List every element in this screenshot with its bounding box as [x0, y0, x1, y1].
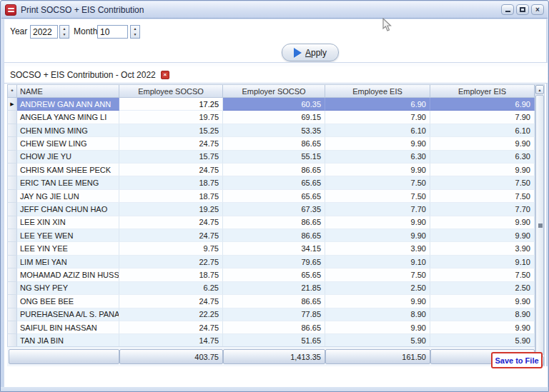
cell-employer-socso[interactable]: 86.65: [223, 295, 325, 308]
cell-employee-socso[interactable]: 24.75: [119, 229, 223, 242]
cell-employer-eis[interactable]: 3.90: [430, 242, 535, 255]
cell-employee-eis[interactable]: 6.30: [325, 151, 430, 164]
row-indicator[interactable]: [7, 164, 17, 176]
apply-button[interactable]: Apply: [282, 44, 339, 61]
cell-employee-eis[interactable]: 7.90: [325, 111, 430, 124]
cell-employee-socso[interactable]: 18.75: [119, 176, 223, 189]
cell-name[interactable]: ERIC TAN LEE MENG: [17, 176, 119, 189]
row-indicator[interactable]: [7, 282, 17, 295]
scrollbar-thumb[interactable]: [535, 95, 544, 356]
cell-employee-eis[interactable]: 8.90: [325, 308, 430, 321]
cell-name[interactable]: CHEN MING MING: [17, 124, 119, 137]
cell-employee-eis[interactable]: 6.90: [325, 98, 430, 111]
cell-name[interactable]: LEE YIN YEE: [17, 242, 119, 255]
table-row[interactable]: TAN JIA BIN14.7551.655.905.90: [7, 334, 535, 347]
cell-employee-socso[interactable]: 24.75: [119, 164, 223, 176]
table-row[interactable]: CHOW JIE YU15.7555.156.306.30: [7, 151, 535, 164]
tab-socso-eis-contribution[interactable]: SOCSO + EIS Contribution - Oct 2022 ×: [10, 70, 169, 80]
cell-employee-socso[interactable]: 18.75: [119, 190, 223, 203]
cell-employer-socso[interactable]: 86.65: [223, 137, 325, 150]
cell-employee-eis[interactable]: 9.90: [325, 321, 430, 334]
cell-employer-eis[interactable]: 9.90: [430, 216, 535, 229]
select-all-header[interactable]: *: [7, 84, 17, 98]
cell-employee-socso[interactable]: 22.75: [119, 256, 223, 268]
cell-employee-eis[interactable]: 2.50: [325, 282, 430, 295]
cell-name[interactable]: NG SHY PEY: [17, 282, 119, 295]
cell-employee-socso[interactable]: 15.25: [119, 124, 223, 137]
cell-employer-socso[interactable]: 86.65: [223, 321, 325, 334]
cell-name[interactable]: CHEW SIEW LING: [17, 137, 119, 150]
cell-name[interactable]: LIM MEI YAN: [17, 256, 119, 268]
year-input[interactable]: [31, 26, 57, 38]
table-row[interactable]: ▶ANDREW GAN ANN ANN17.2560.356.906.90: [7, 98, 535, 111]
cell-name[interactable]: JAY NG JIE LUN: [17, 190, 119, 203]
cell-employee-socso[interactable]: 14.75: [119, 334, 223, 347]
cell-employee-eis[interactable]: 9.90: [325, 295, 430, 308]
cell-name[interactable]: SAIFUL BIN HASSAN: [17, 321, 119, 334]
cell-employer-eis[interactable]: 9.90: [430, 229, 535, 242]
cell-name[interactable]: LEE YEE WEN: [17, 229, 119, 242]
cell-employee-socso[interactable]: 9.75: [119, 242, 223, 255]
month-field[interactable]: [97, 25, 128, 39]
table-row[interactable]: LEE YEE WEN24.7586.659.909.90: [7, 229, 535, 242]
cell-employee-eis[interactable]: 7.70: [325, 203, 430, 216]
cell-employer-socso[interactable]: 69.15: [223, 111, 325, 124]
cell-employer-eis[interactable]: 7.50: [430, 176, 535, 189]
cell-employee-socso[interactable]: 17.25: [119, 98, 223, 111]
row-indicator[interactable]: [7, 268, 17, 281]
cell-employer-socso[interactable]: 86.65: [223, 216, 325, 229]
cell-employee-eis[interactable]: 7.50: [325, 268, 430, 281]
table-row[interactable]: LEE YIN YEE9.7534.153.903.90: [7, 242, 535, 255]
cell-employer-socso[interactable]: 34.15: [223, 242, 325, 255]
table-row[interactable]: NG SHY PEY6.2521.852.502.50: [7, 282, 535, 295]
cell-employee-socso[interactable]: 19.75: [119, 111, 223, 124]
cell-employer-eis[interactable]: 6.30: [430, 151, 535, 164]
scroll-up-icon[interactable]: ▲: [535, 85, 544, 94]
cell-employee-eis[interactable]: 9.90: [325, 229, 430, 242]
cell-employer-eis[interactable]: 9.10: [430, 256, 535, 268]
cell-employee-eis[interactable]: 9.90: [325, 164, 430, 176]
table-row[interactable]: ONG BEE BEE24.7586.659.909.90: [7, 295, 535, 308]
tab-close-button[interactable]: ×: [161, 71, 169, 79]
cell-employee-eis[interactable]: 7.50: [325, 190, 430, 203]
cell-employee-socso[interactable]: 24.75: [119, 321, 223, 334]
table-row[interactable]: SAIFUL BIN HASSAN24.7586.659.909.90: [7, 321, 535, 334]
cell-employer-socso[interactable]: 53.35: [223, 124, 325, 137]
month-spinner[interactable]: ▲ ▼: [130, 25, 140, 39]
cell-employer-eis[interactable]: 8.90: [430, 308, 535, 321]
cell-employer-socso[interactable]: 21.85: [223, 282, 325, 295]
cell-employer-eis[interactable]: 6.90: [430, 98, 535, 111]
cell-employee-eis[interactable]: 9.90: [325, 216, 430, 229]
column-header-employee-socso[interactable]: Employee SOCSO: [119, 84, 223, 98]
table-row[interactable]: PUREHASENA A/L S. PANA...22.2577.858.908…: [7, 308, 535, 321]
row-indicator[interactable]: [7, 190, 17, 203]
maximize-button[interactable]: [516, 4, 529, 15]
table-row[interactable]: MOHAMAD AZIZ BIN HUSS...18.7565.657.507.…: [7, 268, 535, 281]
cell-name[interactable]: MOHAMAD AZIZ BIN HUSS...: [17, 268, 119, 281]
table-row[interactable]: CHRIS KAM SHEE PECK24.7586.659.909.90: [7, 164, 535, 176]
spinner-up-icon[interactable]: ▲: [131, 26, 139, 32]
column-header-name[interactable]: NAME: [17, 84, 119, 98]
spinner-up-icon[interactable]: ▲: [60, 26, 69, 32]
cell-employer-eis[interactable]: 5.90: [430, 334, 535, 347]
cell-employee-socso[interactable]: 24.75: [119, 295, 223, 308]
cell-employee-socso[interactable]: 18.75: [119, 268, 223, 281]
cell-employee-eis[interactable]: 9.10: [325, 256, 430, 268]
cell-employer-socso[interactable]: 60.35: [223, 98, 325, 111]
cell-employer-socso[interactable]: 79.65: [223, 256, 325, 268]
row-indicator[interactable]: [7, 295, 17, 308]
cell-employee-socso[interactable]: 22.25: [119, 308, 223, 321]
cell-name[interactable]: JEFF CHAN CHUN HAO: [17, 203, 119, 216]
cell-employer-socso[interactable]: 67.35: [223, 203, 325, 216]
cell-employer-eis[interactable]: 9.90: [430, 321, 535, 334]
cell-employer-eis[interactable]: 7.90: [430, 111, 535, 124]
cell-employee-eis[interactable]: 7.50: [325, 176, 430, 189]
cell-employer-eis[interactable]: 7.50: [430, 190, 535, 203]
cell-name[interactable]: ANDREW GAN ANN ANN: [17, 98, 119, 111]
cell-employer-socso[interactable]: 51.65: [223, 334, 325, 347]
cell-employer-eis[interactable]: 7.50: [430, 268, 535, 281]
table-row[interactable]: ANGELA YANG MING LI19.7569.157.907.90: [7, 111, 535, 124]
row-indicator[interactable]: [7, 124, 17, 137]
close-button[interactable]: ×: [531, 4, 544, 15]
cell-name[interactable]: PUREHASENA A/L S. PANA...: [17, 308, 119, 321]
